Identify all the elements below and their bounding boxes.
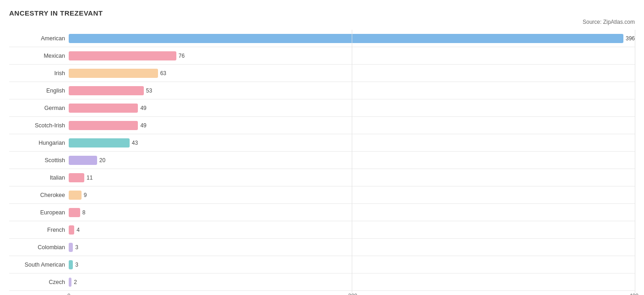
bar-label: Czech (9, 279, 69, 285)
bar-label: Colombian (9, 244, 69, 251)
bar-label: German (9, 105, 69, 111)
bar-row: Czech2 (9, 273, 635, 291)
bar-container: 4 (69, 225, 635, 235)
bar-container: 11 (69, 173, 635, 183)
bar-container: 3 (69, 242, 635, 252)
bar-value: 4 (76, 227, 80, 233)
bar-row: Cherokee9 (9, 186, 635, 204)
bar-label: Hungarian (9, 140, 69, 146)
bar-row: Colombian3 (9, 239, 635, 256)
bar-row: Irish63 (9, 65, 635, 82)
bar-container: 49 (69, 120, 635, 131)
chart-title: ANCESTRY IN TREZEVANT (9, 9, 635, 17)
bar-container: 8 (69, 208, 635, 218)
bar-container: 3 (69, 260, 635, 270)
bar-fill (69, 208, 80, 217)
bar-fill (69, 243, 73, 252)
bar-fill (69, 173, 84, 182)
bar-container: 49 (69, 103, 635, 113)
bar-label: Italian (9, 175, 69, 181)
bar-value: 396 (626, 35, 635, 42)
bar-fill (69, 278, 71, 287)
bar-fill (69, 260, 73, 269)
bar-container: 53 (69, 86, 635, 96)
bar-label: Cherokee (9, 192, 69, 198)
source-line: Source: ZipAtlas.com (9, 19, 635, 25)
bar-value: 3 (75, 262, 78, 268)
bar-label: American (9, 35, 69, 42)
bar-fill (69, 191, 82, 200)
bar-value: 53 (146, 87, 152, 94)
bar-label: French (9, 227, 69, 233)
bar-value: 63 (160, 70, 166, 76)
bar-label: Scottish (9, 157, 69, 164)
bar-container: 43 (69, 138, 635, 148)
bar-label: European (9, 209, 69, 216)
bar-row: French4 (9, 221, 635, 239)
axis-label: 0 (67, 293, 71, 295)
bar-fill (69, 34, 623, 43)
bar-value: 11 (87, 175, 93, 181)
bar-row: English53 (9, 82, 635, 99)
bar-label: Scotch-Irish (9, 122, 69, 129)
bar-fill (69, 225, 74, 235)
bar-value: 2 (74, 279, 77, 285)
bar-label: English (9, 87, 69, 94)
bar-label: Irish (9, 70, 69, 76)
bar-label: Mexican (9, 53, 69, 59)
bar-label: South American (9, 262, 69, 268)
axis-label: 200 (348, 293, 357, 295)
bar-value: 20 (99, 157, 105, 164)
bar-row: South American3 (9, 256, 635, 273)
bar-fill (69, 86, 144, 95)
bar-row: Mexican76 (9, 47, 635, 65)
bar-row: Italian11 (9, 169, 635, 186)
bar-row: American396 (9, 30, 635, 47)
bar-row: Hungarian43 (9, 134, 635, 152)
bar-fill (69, 121, 138, 130)
bar-fill (69, 156, 97, 165)
axis-label: 400 (629, 293, 639, 295)
bar-value: 49 (140, 122, 146, 129)
bar-row: European8 (9, 204, 635, 221)
bar-container: 76 (69, 51, 635, 61)
bar-row: Scottish20 (9, 152, 635, 169)
bar-fill (69, 104, 138, 113)
chart-area: American396Mexican76Irish63English53Germ… (9, 30, 635, 293)
bar-fill (69, 69, 158, 78)
bar-value: 8 (82, 209, 86, 216)
bar-container: 63 (69, 68, 635, 78)
bar-container: 20 (69, 155, 635, 165)
bar-row: Scotch-Irish49 (9, 117, 635, 134)
bar-value: 49 (140, 105, 146, 111)
bar-value: 9 (84, 192, 87, 198)
bar-value: 3 (75, 244, 78, 251)
bar-value: 76 (179, 53, 185, 59)
bar-fill (69, 51, 176, 60)
bar-container: 396 (69, 33, 635, 44)
bar-row: German49 (9, 99, 635, 117)
bar-fill (69, 138, 130, 148)
bar-value: 43 (132, 140, 138, 146)
bar-container: 2 (69, 277, 635, 287)
bar-container: 9 (69, 190, 635, 200)
